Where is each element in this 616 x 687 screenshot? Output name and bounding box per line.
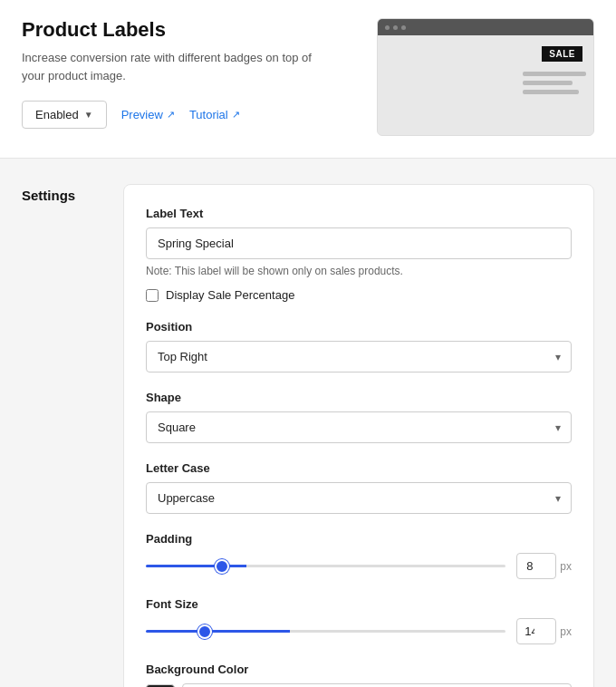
position-select-wrapper: Top Left Top Right Bottom Left Bottom Ri… [146,341,572,373]
padding-slider[interactable] [146,565,505,567]
mockup-line [523,72,586,76]
background-color-swatch[interactable] [146,684,175,688]
position-label: Position [146,320,572,334]
label-text-input[interactable] [146,227,572,259]
shape-select[interactable]: Square Circle Rounded [146,411,572,443]
display-sale-percentage-row: Display Sale Percentage [146,288,572,302]
sale-badge: SALE [542,46,582,62]
external-link-icon: ↗ [232,109,240,121]
header-left: Product Labels Increase conversion rate … [22,18,377,129]
mockup-top-bar [378,19,593,35]
padding-label: Padding [146,532,572,546]
tutorial-link[interactable]: Tutorial ↗ [189,108,240,121]
external-link-icon: ↗ [167,109,175,121]
font-size-group: Font Size px [146,597,572,644]
main-content: Settings Label Text Note: This label wil… [0,159,616,687]
font-size-value-input[interactable] [516,618,556,644]
settings-panel: Label Text Note: This label will be show… [123,184,594,687]
preview-label: Preview [121,108,163,121]
display-sale-percentage-checkbox[interactable] [146,289,159,302]
padding-unit: px [560,560,572,573]
tutorial-label: Tutorial [189,108,228,121]
font-size-label: Font Size [146,597,572,611]
padding-value-input[interactable] [516,553,556,579]
display-sale-percentage-label: Display Sale Percentage [166,288,294,302]
background-color-group: Background Color [146,663,572,687]
position-group: Position Top Left Top Right Bottom Left … [146,320,572,373]
padding-group: Padding px [146,532,572,579]
padding-slider-track [146,557,505,576]
page-title: Product Labels [22,18,377,42]
shape-group: Shape Square Circle Rounded ▾ [146,391,572,443]
position-select[interactable]: Top Left Top Right Bottom Left Bottom Ri… [146,341,572,373]
chevron-down-icon: ▼ [84,110,93,120]
font-size-slider-row: px [146,618,572,644]
preview-link[interactable]: Preview ↗ [121,108,175,121]
mockup-dot [385,25,390,30]
label-text-group: Label Text Note: This label will be show… [146,207,572,302]
mockup-dot [393,25,398,30]
font-size-slider-track [146,623,505,641]
label-text-label: Label Text [146,207,572,220]
padding-slider-row: px [146,553,572,579]
page-description: Increase conversion rate with different … [22,49,312,84]
label-note: Note: This label will be shown only on s… [146,265,572,277]
shape-label: Shape [146,391,572,404]
background-color-label: Background Color [146,663,572,676]
background-color-input[interactable] [182,683,572,687]
font-size-unit: px [560,625,572,638]
mockup-line [523,90,579,94]
preview-mockup: SALE [377,18,594,136]
letter-case-select[interactable]: Uppercase Lowercase Capitalize [146,482,572,514]
font-size-value-group: px [516,618,572,644]
background-color-row [146,683,572,687]
letter-case-label: Letter Case [146,461,572,475]
letter-case-select-wrapper: Uppercase Lowercase Capitalize ▾ [146,482,572,514]
mockup-dot [401,25,406,30]
mockup-body: SALE [378,35,593,136]
enabled-label: Enabled [35,108,79,121]
mockup-line [523,81,573,85]
header-section: Product Labels Increase conversion rate … [0,0,616,159]
page-wrapper: Product Labels Increase conversion rate … [0,0,616,687]
mockup-lines [523,72,586,94]
font-size-slider[interactable] [146,630,505,633]
enabled-button[interactable]: Enabled ▼ [22,101,107,129]
settings-section-title: Settings [22,184,94,203]
padding-value-group: px [516,553,572,579]
header-actions: Enabled ▼ Preview ↗ Tutorial ↗ [22,101,377,129]
letter-case-group: Letter Case Uppercase Lowercase Capitali… [146,461,572,514]
shape-select-wrapper: Square Circle Rounded ▾ [146,411,572,443]
